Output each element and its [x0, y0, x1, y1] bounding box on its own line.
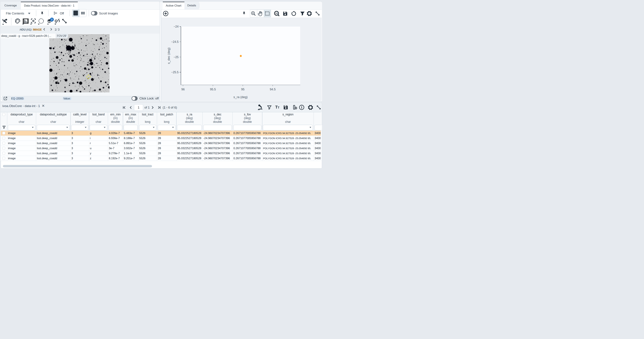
svg-text:T: T	[278, 106, 279, 109]
svg-text:T: T	[275, 105, 278, 109]
svg-text:1X: 1X	[275, 12, 278, 14]
